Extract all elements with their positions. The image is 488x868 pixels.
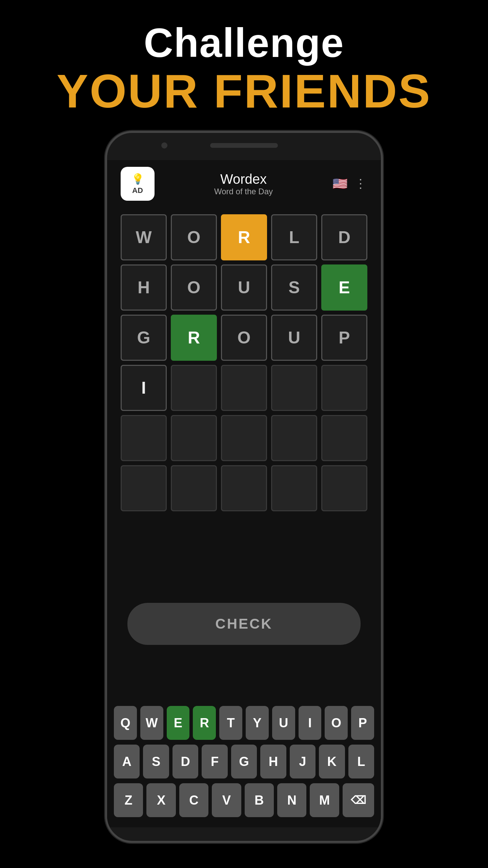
keyboard-row-2: ZXCVBNM⌫	[114, 783, 374, 817]
phone-camera	[161, 142, 167, 149]
app-subtitle: Word of the Day	[155, 187, 332, 196]
key-⌫[interactable]: ⌫	[343, 783, 374, 817]
game-grid: WORLDHOUSEGROUPI	[107, 204, 381, 521]
key-t[interactable]: T	[219, 706, 242, 740]
grid-cell-3-1	[171, 365, 217, 411]
phone-frame: 💡 AD Wordex Word of the Day 🇺🇸 ⋮ WORLDHO…	[105, 131, 383, 843]
key-l[interactable]: L	[348, 745, 374, 778]
key-j[interactable]: J	[290, 745, 316, 778]
key-r[interactable]: R	[193, 706, 216, 740]
keyboard-row-1: ASDFGHJKL	[114, 745, 374, 778]
grid-cell-1-4: E	[321, 264, 367, 311]
grid-cell-2-2: O	[221, 315, 267, 361]
key-x[interactable]: X	[146, 783, 176, 817]
key-b[interactable]: B	[245, 783, 274, 817]
key-i[interactable]: I	[299, 706, 322, 740]
grid-cell-1-3: S	[271, 264, 317, 311]
grid-cell-2-1: R	[171, 315, 217, 361]
phone-speaker	[210, 143, 278, 148]
flag-icon[interactable]: 🇺🇸	[332, 177, 348, 191]
grid-cell-4-1	[171, 415, 217, 461]
friends-label: YOUR FRIENDS	[0, 65, 488, 117]
grid-cell-5-0	[121, 465, 167, 511]
app-title: Wordex	[155, 172, 332, 187]
grid-cell-5-4	[321, 465, 367, 511]
key-a[interactable]: A	[114, 745, 140, 778]
key-o[interactable]: O	[325, 706, 348, 740]
grid-cell-0-3: L	[271, 214, 317, 260]
grid-cell-4-0	[121, 415, 167, 461]
grid-cell-0-0: W	[121, 214, 167, 260]
key-p[interactable]: P	[351, 706, 374, 740]
grid-cell-4-4	[321, 415, 367, 461]
app-content: 💡 AD Wordex Word of the Day 🇺🇸 ⋮ WORLDHO…	[107, 160, 381, 827]
bulb-icon: 💡	[131, 173, 144, 185]
header-icons: 🇺🇸 ⋮	[332, 177, 367, 191]
grid-cell-1-1: O	[171, 264, 217, 311]
key-h[interactable]: H	[260, 745, 286, 778]
grid-cell-1-0: H	[121, 264, 167, 311]
key-z[interactable]: Z	[114, 783, 143, 817]
key-q[interactable]: Q	[114, 706, 137, 740]
grid-cell-0-4: D	[321, 214, 367, 260]
grid-cell-3-2	[221, 365, 267, 411]
key-e[interactable]: E	[167, 706, 190, 740]
app-title-area: Wordex Word of the Day	[155, 172, 332, 196]
grid-cell-5-1	[171, 465, 217, 511]
grid-cell-2-0: G	[121, 315, 167, 361]
grid-cell-3-3	[271, 365, 317, 411]
grid-cell-5-3	[271, 465, 317, 511]
grid-cell-3-0: I	[121, 365, 167, 411]
key-c[interactable]: C	[179, 783, 208, 817]
key-m[interactable]: M	[310, 783, 339, 817]
check-button-area: CHECK	[107, 589, 381, 652]
grid-cell-5-2	[221, 465, 267, 511]
grid-cell-0-1: O	[171, 214, 217, 260]
grid-cell-1-2: U	[221, 264, 267, 311]
grid-cell-0-2: R	[221, 214, 267, 260]
challenge-label: Challenge	[0, 20, 488, 65]
key-f[interactable]: F	[202, 745, 227, 778]
key-g[interactable]: G	[231, 745, 257, 778]
key-n[interactable]: N	[277, 783, 306, 817]
phone-top	[107, 133, 381, 160]
key-w[interactable]: W	[140, 706, 163, 740]
app-header: 💡 AD Wordex Word of the Day 🇺🇸 ⋮	[107, 160, 381, 204]
key-u[interactable]: U	[272, 706, 295, 740]
grid-cell-4-2	[221, 415, 267, 461]
header-area: Challenge YOUR FRIENDS	[0, 0, 488, 131]
key-y[interactable]: Y	[246, 706, 269, 740]
keyboard-area: QWERTYUIOPASDFGHJKLZXCVBNM⌫	[107, 699, 381, 827]
grid-cell-2-3: U	[271, 315, 317, 361]
key-v[interactable]: V	[212, 783, 241, 817]
key-k[interactable]: K	[319, 745, 345, 778]
grid-cell-2-4: P	[321, 315, 367, 361]
menu-icon[interactable]: ⋮	[354, 177, 367, 191]
grid-cell-3-4	[321, 365, 367, 411]
key-d[interactable]: D	[172, 745, 198, 778]
grid-cell-4-3	[271, 415, 317, 461]
ad-label: AD	[132, 186, 143, 195]
keyboard-row-0: QWERTYUIOP	[114, 706, 374, 740]
key-s[interactable]: S	[143, 745, 169, 778]
check-button[interactable]: CHECK	[127, 603, 361, 645]
ad-badge: 💡 AD	[121, 167, 155, 201]
